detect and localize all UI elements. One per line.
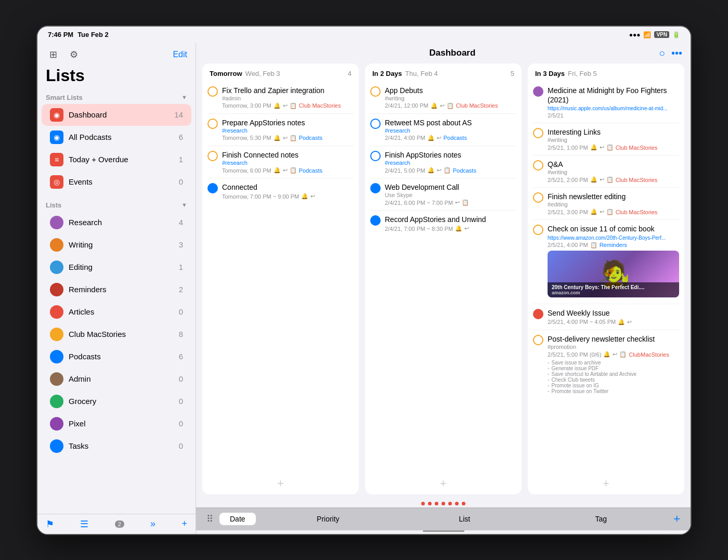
task-item[interactable]: Post-delivery newsletter checklist #prom… [533, 330, 679, 398]
add-button[interactable]: + [673, 512, 680, 526]
col2-date: Thu, Feb 4 [405, 70, 438, 77]
task-item[interactable]: Web Development Call Use Skype 2/4/21, 6… [370, 178, 516, 211]
today-overdue-icon: ≡ [50, 153, 63, 166]
repeat-icon: ↩ [283, 102, 288, 109]
task-circle [207, 151, 218, 161]
task-circle [533, 128, 543, 138]
task-circle [533, 335, 543, 345]
pagination-dot [455, 502, 459, 505]
sidebar-item-grocery[interactable]: Grocery 0 [42, 390, 191, 412]
add-task-button[interactable]: + [202, 473, 359, 494]
subtask-item: Save issue to archive [548, 360, 679, 366]
sidebar-header: ⊞ ⚙ Edit [37, 43, 196, 64]
add-task-button[interactable]: + [365, 473, 522, 494]
more-options-icon[interactable]: ••• [671, 47, 682, 59]
forward-icon[interactable]: » [150, 518, 155, 529]
col1-label: Tomorrow [210, 70, 242, 77]
task-meta: 2/5/21, 4:00 PM 📋 Reminders [548, 242, 679, 249]
sidebar-item-events[interactable]: ◎ Events 0 [42, 171, 191, 193]
attach-icon: 📋 [447, 102, 454, 109]
pagination-dot [435, 502, 438, 505]
task-item[interactable]: Retweet MS post about AS #research 2/4/2… [370, 114, 516, 146]
task-item[interactable]: Finish Connected notes #research Tomorro… [207, 146, 354, 178]
task-item[interactable]: App Debuts #writing 2/4/21, 12:00 PM 🔔 ↩… [370, 82, 516, 114]
task-title: Finish AppStories notes [385, 150, 516, 160]
sidebar-item-podcasts[interactable]: Podcasts 6 [42, 346, 191, 368]
task-item[interactable]: Check on issue 11 of comic book https://… [533, 220, 679, 304]
main-header: Dashboard ○ ••• [196, 43, 691, 63]
task-item[interactable]: Finish AppStories notes #research 2/4/21… [370, 146, 516, 178]
writing-label: Writing [69, 240, 174, 249]
sort-tag-button[interactable]: Tag [533, 515, 670, 523]
circle-icon[interactable]: ○ [659, 47, 665, 59]
sort-list-button[interactable]: List [396, 515, 533, 523]
attach-icon: 📋 [444, 167, 451, 174]
podcasts-icon [50, 350, 63, 363]
task-date: Tomorrow, 3:00 PM [222, 102, 271, 109]
edit-button[interactable]: Edit [173, 50, 187, 59]
task-link: Podcasts [299, 167, 322, 174]
pagination-dot [462, 502, 465, 505]
bell-icon: 🔔 [618, 319, 625, 325]
reminders-count: 2 [179, 285, 183, 294]
task-date: 2/5/21, 1:00 PM [548, 145, 588, 151]
bell-icon: 🔔 [603, 351, 610, 358]
drag-handle-icon[interactable]: ⠿ [206, 513, 213, 525]
sidebar-item-tasks[interactable]: Tasks 0 [42, 435, 191, 457]
sidebar-item-all-podcasts[interactable]: ◉ All Podcasts 6 [42, 126, 191, 148]
sidebar-item-reminders[interactable]: Reminders 2 [42, 279, 191, 301]
repeat-icon: ↩ [464, 225, 469, 232]
list-view-icon[interactable]: ☰ [80, 518, 88, 530]
sidebar-item-editing[interactable]: Editing 1 [42, 256, 191, 278]
task-item[interactable]: Fix Trello and Zapier integration #admin… [207, 82, 354, 114]
smart-lists-chevron-icon[interactable]: ▼ [181, 94, 187, 100]
subtask-item: Promote issue on IG [548, 383, 679, 388]
task-item[interactable]: Send Weekly Issue 2/5/21, 4:00 PM ~ 4:05… [533, 304, 679, 330]
sort-date-button[interactable]: Date [219, 513, 256, 525]
task-circle [207, 86, 218, 97]
task-title: Interesting Links [548, 127, 679, 137]
sidebar-content: Smart Lists ▼ ◉ Dashboard 14 ◉ All Podca… [37, 89, 196, 514]
writing-icon [50, 238, 63, 252]
settings-icon[interactable]: ⚙ [67, 47, 81, 62]
add-task-button[interactable]: + [528, 473, 684, 494]
add-list-icon[interactable]: + [181, 518, 187, 529]
sidebar-item-club-macstories[interactable]: Club MacStories 8 [42, 323, 191, 345]
lists-chevron-icon[interactable]: ▼ [181, 202, 187, 208]
repeat-icon: ↩ [310, 193, 315, 200]
sidebar-toggle-icon[interactable]: ⊞ [46, 47, 60, 62]
task-title: Record AppStories and Unwind [385, 215, 516, 224]
sort-priority-button[interactable]: Priority [260, 515, 397, 523]
columns-area: Tomorrow Wed, Feb 3 4 Fix Trello and Zap… [196, 63, 691, 499]
sidebar-item-today-overdue[interactable]: ≡ Today + Overdue 1 [42, 149, 191, 171]
sidebar-item-writing[interactable]: Writing 3 [42, 234, 191, 256]
attach-icon: 📋 [606, 176, 614, 183]
task-item[interactable]: Medicine at Midnight by Foo Fighters (20… [533, 82, 679, 123]
sidebar-item-dashboard[interactable]: ◉ Dashboard 14 [42, 104, 191, 126]
sidebar-item-articles[interactable]: Articles 0 [42, 301, 191, 323]
dashboard-icon: ◉ [50, 108, 63, 122]
sidebar-item-research[interactable]: Research 4 [42, 212, 191, 233]
bell-icon: 🔔 [590, 176, 597, 183]
sidebar-item-admin[interactable]: Admin 0 [42, 368, 191, 390]
task-tag: #research [385, 127, 516, 134]
events-icon: ◎ [50, 175, 63, 189]
task-item[interactable]: Connected Tomorrow, 7:00 PM ~ 9:00 PM 🔔 … [207, 178, 354, 204]
task-item[interactable]: Prepare AppStories notes #research Tomor… [207, 114, 354, 146]
app-body: ⊞ ⚙ Edit Lists Smart Lists ▼ ◉ Dashboard… [37, 43, 691, 534]
subtask-list: Save issue to archive Generate issue PDF… [548, 360, 679, 394]
flag-icon[interactable]: ⚑ [46, 518, 54, 530]
task-link: Club MacStories [456, 102, 498, 109]
task-item[interactable]: Record AppStories and Unwind 2/4/21, 7:0… [370, 211, 516, 236]
sidebar-item-pixel[interactable]: Pixel 0 [42, 413, 191, 435]
task-circle [533, 160, 543, 171]
task-item[interactable]: Interesting Links #writing 2/5/21, 1:00 … [533, 123, 679, 155]
col1-date: Wed, Feb 3 [245, 70, 280, 77]
task-item[interactable]: Q&A #writing 2/5/21, 2:00 PM 🔔 ↩ 📋 Club … [533, 155, 679, 188]
task-item[interactable]: Finish newsletter editing #editing 2/5/2… [533, 188, 679, 220]
status-date: Tue Feb 2 [77, 31, 109, 38]
task-date: 2/4/21, 4:00 PM [385, 135, 425, 141]
attach-icon: 📋 [290, 167, 297, 174]
repeat-icon: ↩ [437, 135, 441, 141]
task-title: Send Weekly Issue [548, 308, 679, 318]
